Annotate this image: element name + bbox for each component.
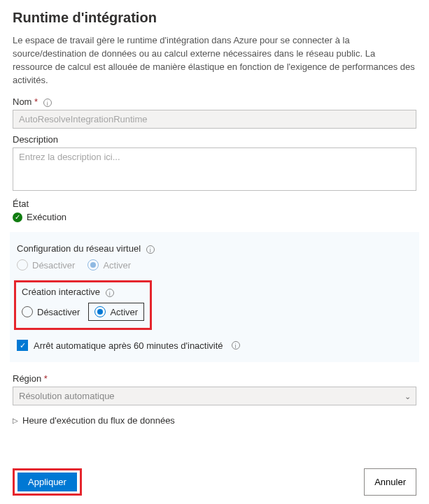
info-icon[interactable]: i xyxy=(232,341,240,350)
interactive-highlight: Création interactive i Désactiver Active… xyxy=(14,280,152,330)
radio-icon xyxy=(87,259,99,271)
vnet-heading: Configuration du réseau virtuel i xyxy=(17,243,412,254)
expander-label: Heure d'exécution du flux de données xyxy=(22,415,175,426)
cancel-button[interactable]: Annuler xyxy=(364,468,416,496)
vnet-radio-group: Désactiver Activer xyxy=(17,259,412,271)
interactive-disable-radio[interactable]: Désactiver xyxy=(22,306,80,317)
intro-text: Le espace de travail gère le runtime d'i… xyxy=(13,34,416,87)
interactive-heading-text: Création interactive xyxy=(22,287,100,297)
vnet-enable-radio: Activer xyxy=(87,259,131,271)
vnet-disable-label: Désactiver xyxy=(32,260,75,271)
interactive-radio-group: Désactiver Activer xyxy=(22,303,144,321)
name-label-text: Nom xyxy=(13,96,31,107)
vnet-disable-radio: Désactiver xyxy=(17,259,75,271)
interactive-heading: Création interactive i xyxy=(22,287,144,297)
description-input[interactable] xyxy=(13,147,416,191)
apply-highlight: Appliquer xyxy=(13,468,82,496)
interactive-disable-label: Désactiver xyxy=(37,307,80,317)
autostop-row: ✓ Arrêt automatique après 60 minutes d'i… xyxy=(17,340,412,351)
dataflow-runtime-expander[interactable]: ▷ Heure d'exécution du flux de données xyxy=(13,415,416,426)
etat-label: État xyxy=(13,199,416,209)
chevron-right-icon: ▷ xyxy=(13,417,18,424)
vnet-heading-text: Configuration du réseau virtuel xyxy=(17,243,141,254)
required-marker: * xyxy=(44,373,48,384)
required-marker: * xyxy=(34,96,38,107)
footer: Appliquer Annuler xyxy=(13,468,416,496)
autostop-checkbox[interactable]: ✓ xyxy=(17,340,28,351)
info-icon[interactable]: i xyxy=(106,289,114,297)
interactive-enable-radio[interactable]: Activer xyxy=(88,303,144,321)
name-label: Nom * i xyxy=(13,96,416,107)
vnet-enable-label: Activer xyxy=(103,260,131,271)
radio-icon xyxy=(17,259,28,271)
etat-value: Exécution xyxy=(27,212,66,222)
check-circle-icon: ✓ xyxy=(13,213,22,222)
radio-icon xyxy=(22,306,33,317)
region-label-text: Région xyxy=(13,373,41,384)
apply-button[interactable]: Appliquer xyxy=(17,473,77,491)
region-select xyxy=(13,387,416,405)
region-label: Région * xyxy=(13,373,416,384)
interactive-enable-label: Activer xyxy=(110,307,138,317)
settings-panel: Configuration du réseau virtuel i Désact… xyxy=(10,232,419,362)
radio-icon xyxy=(94,306,106,317)
description-label: Description xyxy=(13,134,416,145)
name-input xyxy=(13,110,416,129)
autostop-label: Arrêt automatique après 60 minutes d'ina… xyxy=(34,340,223,351)
info-icon[interactable]: i xyxy=(146,245,155,254)
info-icon[interactable]: i xyxy=(43,99,52,107)
page-title: Runtime d'intégration xyxy=(13,10,416,26)
